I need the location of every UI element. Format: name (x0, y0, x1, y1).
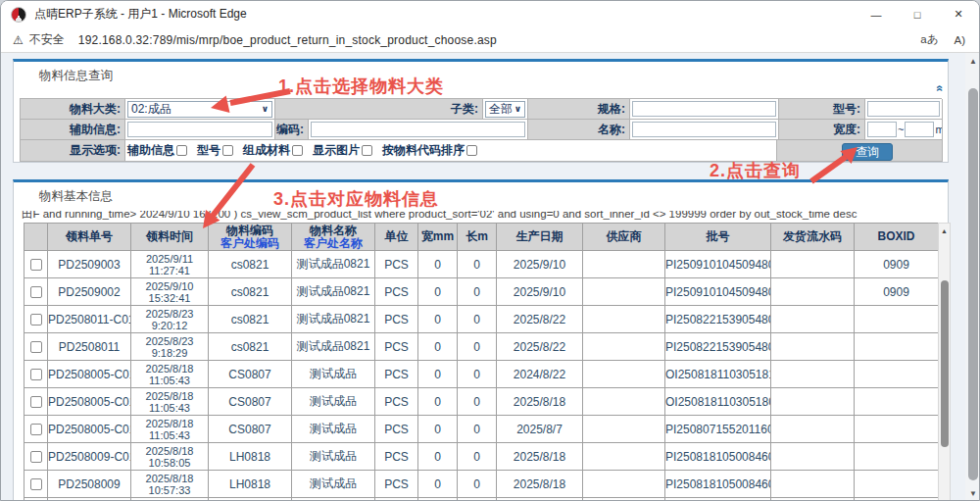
table-row[interactable]: PD2508011-C012025/8/239:20:12cs0821测试成品0… (24, 306, 939, 333)
scroll-up-icon[interactable]: ▲ (965, 57, 979, 66)
column-header: 领料单号 (48, 224, 131, 251)
browser-scrollbar-thumb[interactable] (968, 88, 978, 480)
table-cell: 0 (418, 498, 458, 501)
display-option-label: 组成材料 (243, 142, 290, 159)
address-bar[interactable]: ⚠ 不安全 192.168.0.32:789/mis/mrp/boe_produ… (1, 27, 979, 53)
table-cell: PD2509003 (48, 251, 131, 278)
display-option-checkbox[interactable] (362, 145, 372, 156)
browser-scrollbar[interactable]: ▲ ▼ (965, 53, 979, 501)
subcategory-label: 子类: (275, 99, 483, 120)
row-checkbox[interactable] (30, 424, 42, 435)
table-cell: 测试成品 (292, 498, 375, 501)
width-label: 宽度: (779, 120, 865, 140)
column-header: 领料时间 (131, 224, 209, 251)
column-header: 长m (458, 224, 497, 251)
row-checkbox[interactable] (30, 286, 42, 298)
table-cell: PCS (375, 278, 418, 306)
collapse-panel-icon[interactable]: « (934, 85, 948, 92)
table-row[interactable]: PD2508005-C012025/8/1811:05:43CS0807测试成品… (24, 388, 939, 416)
table-cell: cs0821 (209, 306, 292, 333)
display-option-checkbox[interactable] (292, 145, 303, 156)
table-cell (583, 278, 665, 306)
table-cell: CS0807 (209, 361, 292, 388)
table-cell: PI250822153905480 (665, 306, 771, 333)
table-scrollbar[interactable]: ▲ (938, 223, 951, 501)
search-button[interactable]: 查询 (842, 143, 893, 161)
aux-info-input[interactable] (127, 122, 272, 137)
row-checkbox[interactable] (30, 478, 42, 490)
row-checkbox[interactable] (30, 369, 42, 380)
display-option-checkbox[interactable] (222, 145, 233, 156)
display-option-checkbox[interactable] (176, 145, 187, 156)
table-cell (771, 471, 855, 498)
table-cell: 0 (418, 333, 458, 361)
table-cell (855, 388, 939, 416)
table-cell: PCS (375, 416, 418, 443)
table-cell: PD2508005-C01 (48, 416, 131, 443)
table-cell: 测试成品 (292, 388, 375, 416)
table-row[interactable]: PD2508005-C012025/8/1811:05:43CS0807测试成品… (24, 361, 939, 388)
table-cell (771, 416, 855, 443)
table-scrollbar-thumb[interactable] (941, 280, 949, 447)
table-cell (583, 333, 665, 361)
model-label: 型号: (779, 99, 865, 120)
display-option: 按物料代码排序 (382, 142, 477, 159)
scroll-up-icon[interactable]: ▲ (939, 225, 950, 237)
spec-input[interactable] (632, 101, 776, 117)
table-cell: LH0818 (209, 443, 292, 471)
url-text[interactable]: 192.168.0.32:789/mis/mrp/boe_product_ret… (78, 33, 921, 47)
table-cell: 0 (458, 251, 497, 278)
table-row[interactable]: PD25080052025/8/7CS0807测试成品PCS002025/8/7… (24, 498, 939, 501)
width-min-input[interactable] (867, 122, 897, 137)
cell-pick-time: 2025/8/1811:05:43 (131, 416, 209, 443)
query-panel-title: 物料信息查询 (39, 68, 113, 84)
display-option-checkbox[interactable] (466, 145, 477, 156)
spec-label: 规格: (528, 99, 630, 120)
maximize-button[interactable]: □ (897, 1, 938, 27)
table-cell (583, 361, 665, 388)
translate-icon[interactable]: aあ (920, 32, 938, 47)
table-cell (771, 498, 855, 501)
row-checkbox[interactable] (30, 451, 42, 463)
close-button[interactable]: ✕ (938, 1, 979, 27)
table-row[interactable]: PD25090022025/9/1015:32:41cs0821测试成品0821… (24, 278, 939, 306)
display-option-label: 辅助信息 (127, 142, 174, 159)
scroll-down-icon[interactable]: ▼ (965, 489, 979, 498)
code-input[interactable] (311, 122, 525, 137)
table-cell (855, 416, 939, 443)
table-cell: 2025/8/7 (497, 416, 583, 443)
cell-pick-time: 2025/8/239:20:12 (131, 306, 209, 333)
table-cell: 2025/9/10 (497, 251, 583, 278)
category-select[interactable]: 02:成品 ∨ (127, 101, 272, 118)
row-checkbox[interactable] (30, 341, 42, 353)
column-header: 物料编码客户处编码 (209, 224, 292, 251)
table-cell: 2024/8/22 (497, 361, 583, 388)
table-row[interactable]: PD25080092025/8/1810:57:33LH0818测试成品PCS0… (24, 471, 939, 498)
row-checkbox[interactable] (30, 259, 42, 271)
column-header (24, 224, 48, 251)
material-table-body: PD25090032025/9/1111:27:41cs0821测试成品0821… (24, 251, 939, 501)
table-row[interactable]: PD25090032025/9/1111:27:41cs0821测试成品0821… (24, 251, 939, 278)
name-input[interactable] (632, 122, 776, 137)
security-label[interactable]: 不安全 (29, 31, 65, 48)
model-input[interactable] (867, 101, 940, 117)
table-row[interactable]: PD2508009-C012025/8/1810:58:05LH0818测试成品… (24, 443, 939, 471)
table-row[interactable]: PD25080112025/8/239:18:29cs0821测试成品0821P… (24, 333, 939, 361)
display-options: 辅助信息型号组成材料显示图片按物料代码排序 (127, 142, 483, 159)
row-checkbox[interactable] (30, 314, 42, 326)
read-aloud-icon[interactable]: A) (955, 34, 966, 46)
table-cell: PI250818105008460 (665, 443, 771, 471)
table-cell: 0 (418, 388, 458, 416)
cell-pick-time: 2025/8/1811:05:43 (131, 388, 209, 416)
table-cell: 测试成品 (292, 443, 375, 471)
width-max-input[interactable] (905, 122, 934, 137)
minimize-button[interactable]: — (856, 1, 897, 27)
row-checkbox[interactable] (30, 396, 42, 408)
subcategory-select[interactable]: 全部 ∨ (485, 101, 525, 118)
display-option: 显示图片 (313, 142, 372, 159)
security-warning-icon[interactable]: ⚠ (13, 33, 24, 47)
column-header: 批号 (665, 224, 771, 251)
table-cell: cs0821 (209, 278, 292, 306)
table-row[interactable]: PD2508005-C012025/8/1811:05:43CS0807测试成品… (24, 416, 939, 443)
table-cell: PD2508005-C01 (48, 388, 131, 416)
